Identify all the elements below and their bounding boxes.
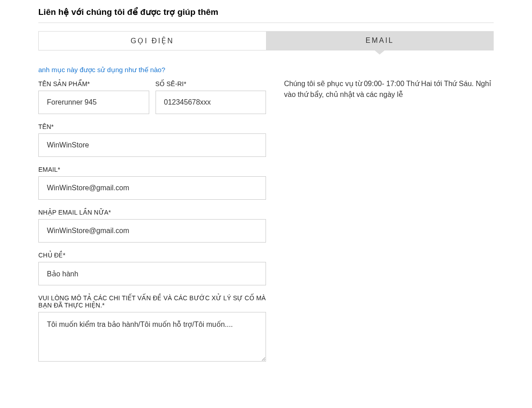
serial-field: SỐ SÊ-RI* bbox=[156, 80, 266, 114]
serial-input[interactable] bbox=[156, 91, 266, 114]
info-column: Chúng tôi sẽ phục vụ từ 09:00- 17:00 Thứ… bbox=[284, 66, 494, 371]
product-name-label: TÊN SẢN PHẨM* bbox=[38, 80, 149, 87]
page-title: Liên hệ với chúng tôi để được trợ giúp t… bbox=[38, 7, 494, 17]
name-input[interactable] bbox=[38, 133, 266, 157]
form-column: anh mục này được sử dụng như thế nào? TÊ… bbox=[38, 66, 266, 371]
name-label: TÊN* bbox=[38, 123, 266, 130]
subject-field: CHỦ ĐỀ* bbox=[38, 252, 266, 285]
description-textarea[interactable] bbox=[38, 312, 266, 362]
product-name-field: TÊN SẢN PHẨM* bbox=[38, 80, 149, 114]
product-name-input[interactable] bbox=[38, 91, 149, 114]
subject-input[interactable] bbox=[38, 262, 266, 285]
description-field: VUI LÒNG MÔ TẢ CÁC CHI TIẾT VẤN ĐỀ VÀ CÁ… bbox=[38, 294, 266, 362]
email-input[interactable] bbox=[38, 176, 266, 200]
tab-email[interactable]: EMAIL bbox=[266, 31, 494, 50]
email-confirm-input[interactable] bbox=[38, 219, 266, 243]
tab-call[interactable]: GỌI ĐIỆN bbox=[38, 31, 266, 50]
name-field: TÊN* bbox=[38, 123, 266, 157]
serial-label: SỐ SÊ-RI* bbox=[156, 80, 266, 87]
email-confirm-label: NHẬP EMAIL LẦN NỮA* bbox=[38, 209, 266, 216]
subject-label: CHỦ ĐỀ* bbox=[38, 252, 266, 259]
divider bbox=[38, 23, 494, 23]
email-label: EMAIL* bbox=[38, 166, 266, 173]
description-label: VUI LÒNG MÔ TẢ CÁC CHI TIẾT VẤN ĐỀ VÀ CÁ… bbox=[38, 294, 266, 309]
service-hours-text: Chúng tôi sẽ phục vụ từ 09:00- 17:00 Thứ… bbox=[284, 78, 494, 100]
tabs: GỌI ĐIỆN EMAIL bbox=[38, 31, 494, 50]
content: anh mục này được sử dụng như thế nào? TÊ… bbox=[38, 66, 494, 371]
email-confirm-field: NHẬP EMAIL LẦN NỮA* bbox=[38, 209, 266, 243]
help-link[interactable]: anh mục này được sử dụng như thế nào? bbox=[38, 66, 165, 74]
email-field: EMAIL* bbox=[38, 166, 266, 200]
